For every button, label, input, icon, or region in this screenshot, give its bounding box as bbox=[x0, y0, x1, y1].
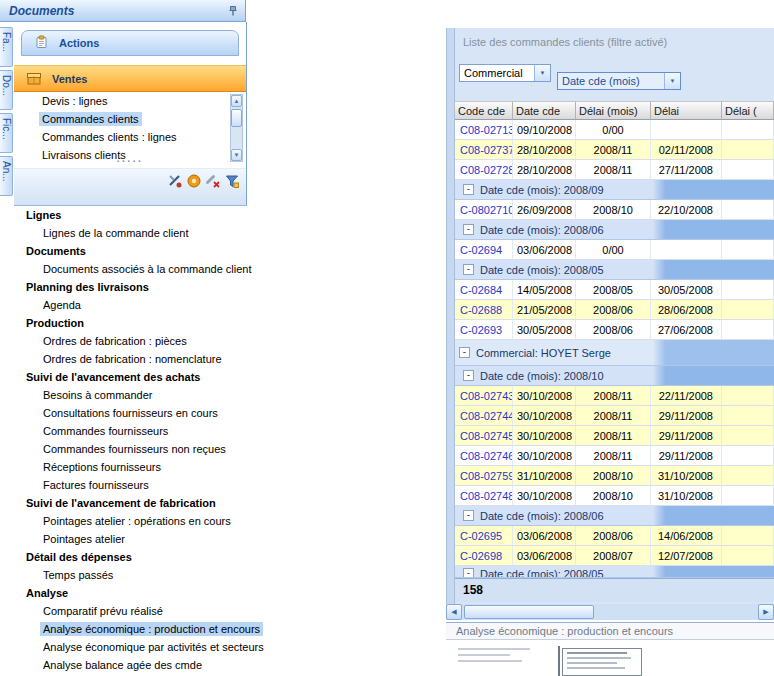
grid-row[interactable]: C-0269330/05/20082008/0627/06/2008 bbox=[455, 320, 774, 340]
grid-row[interactable]: C-0268821/05/20082008/0628/06/2008 bbox=[455, 300, 774, 320]
repair-icon[interactable] bbox=[205, 173, 221, 189]
vertical-tab-3[interactable]: Fic... bbox=[0, 113, 13, 153]
code-cde-cell: C-0802710 bbox=[455, 200, 513, 220]
tree-item[interactable]: Pointages atelier bbox=[0, 530, 446, 548]
horizontal-scrollbar[interactable]: ◀ ▶ bbox=[446, 604, 774, 620]
actions-section-header[interactable]: Actions bbox=[21, 30, 239, 56]
grid-row[interactable]: C08-0273728/10/20082008/1102/11/2008 bbox=[455, 140, 774, 160]
grid-row[interactable]: C-0269403/06/20080/00 bbox=[455, 240, 774, 260]
date-cde-filter-dropdown[interactable]: Date cde (mois) ▼ bbox=[557, 72, 681, 90]
column-header-5[interactable]: Délai ( bbox=[722, 101, 774, 120]
tree-item[interactable]: Réceptions fournisseurs bbox=[0, 458, 446, 476]
tree-item[interactable]: Analyse économique par activités et sect… bbox=[0, 638, 446, 656]
tree-item[interactable]: Lignes de la commande client bbox=[0, 224, 446, 242]
grid-row[interactable]: C08-0274530/10/20082008/1129/11/2008 bbox=[455, 426, 774, 446]
scroll-left-icon[interactable]: ◀ bbox=[446, 604, 462, 620]
tree-item[interactable]: Ordres de fabrication : pièces bbox=[0, 332, 446, 350]
tree-item[interactable]: Commandes fournisseurs bbox=[0, 422, 446, 440]
tree-item[interactable]: Analyse bbox=[0, 584, 446, 602]
grid-row[interactable]: C08-0274830/10/20082008/1031/10/2008 bbox=[455, 486, 774, 506]
scrollbar-thumb[interactable] bbox=[464, 605, 594, 619]
grid-row[interactable]: C08-0271309/10/20080/00 bbox=[455, 120, 774, 140]
documents-panel-header: Documents bbox=[0, 0, 246, 22]
code-cde-cell: C-02695 bbox=[455, 526, 513, 546]
grid-row[interactable]: C08-0274330/10/20082008/1122/11/2008 bbox=[455, 386, 774, 406]
vertical-tab-4[interactable]: An... bbox=[0, 156, 13, 196]
grid-row[interactable]: C-080271026/09/20082008/1022/10/2008 bbox=[455, 200, 774, 220]
collapse-group-icon[interactable]: - bbox=[463, 264, 474, 275]
column-header-4[interactable]: Délai bbox=[651, 101, 722, 120]
tree-item[interactable]: Planning des livraisons bbox=[0, 278, 446, 296]
tree-item[interactable]: Suivi de l'avancement de fabrication bbox=[0, 494, 446, 512]
grid-cell: 22/10/2008 bbox=[651, 200, 722, 220]
grid-cell bbox=[722, 446, 774, 466]
bottom-panel-header: Analyse économique : production et encou… bbox=[446, 622, 774, 640]
group-row[interactable]: -Date cde (mois): 2008/05 bbox=[455, 260, 774, 280]
tree-item[interactable]: Temps passés bbox=[0, 566, 446, 584]
collapse-group-icon[interactable]: - bbox=[463, 370, 474, 381]
customize-icon[interactable] bbox=[167, 173, 183, 189]
grid-row[interactable]: C08-0275931/10/20082008/1031/10/2008 bbox=[455, 466, 774, 486]
tree-item[interactable]: Lignes bbox=[0, 206, 446, 224]
grid-row[interactable]: C-0269503/06/20082008/0614/06/2008 bbox=[455, 526, 774, 546]
tree-item[interactable]: Comparatif prévu réalisé bbox=[0, 602, 446, 620]
collapse-group-icon[interactable]: - bbox=[463, 184, 474, 195]
tree-item[interactable]: Ordres de fabrication : nomenclature bbox=[0, 350, 446, 368]
grid-row[interactable]: C08-0274430/10/20082008/1129/11/2008 bbox=[455, 406, 774, 426]
ventes-list-scrollbar[interactable]: ▲ ▼ bbox=[230, 94, 243, 162]
group-row[interactable]: -Date cde (mois): 2008/05 bbox=[455, 566, 774, 578]
tree-item[interactable]: Production bbox=[0, 314, 446, 332]
grid-cell: 30/10/2008 bbox=[513, 406, 576, 426]
column-header-3[interactable]: Délai (mois) bbox=[576, 101, 651, 120]
ventes-list-item[interactable]: Devis : lignes bbox=[14, 92, 227, 110]
tree-item[interactable]: Documents associés à la commande client bbox=[0, 260, 446, 278]
grid-row[interactable]: C08-0274630/10/20082008/1129/11/2008 bbox=[455, 446, 774, 466]
tree-item[interactable]: Analyse balance agée des cmde bbox=[0, 656, 446, 674]
vertical-tab-2[interactable]: Do... bbox=[0, 70, 13, 110]
ventes-list-item[interactable]: Commandes clients bbox=[14, 110, 227, 128]
group-row[interactable]: -Date cde (mois): 2008/06 bbox=[455, 506, 774, 526]
tree-item[interactable]: Consultations fournisseurs en cours bbox=[0, 404, 446, 422]
chevron-down-icon[interactable]: ▼ bbox=[664, 73, 680, 89]
grid-cell: 2008/11 bbox=[576, 446, 651, 466]
tree-item[interactable]: Détail des dépenses bbox=[0, 548, 446, 566]
ventes-section-header[interactable]: Ventes bbox=[14, 65, 246, 92]
tree-item[interactable]: Documents bbox=[0, 242, 446, 260]
group-row[interactable]: -Date cde (mois): 2008/06 bbox=[455, 220, 774, 240]
group-row[interactable]: -Date cde (mois): 2008/10 bbox=[455, 366, 774, 386]
chevron-down-icon[interactable]: ▼ bbox=[534, 65, 550, 81]
vertical-splitter[interactable] bbox=[446, 28, 455, 604]
tree-item[interactable]: Besoins à commander bbox=[0, 386, 446, 404]
grid-row[interactable]: C08-0272828/10/20082008/1127/11/2008 bbox=[455, 160, 774, 180]
grid-row[interactable]: C-0268414/05/20082008/0530/05/2008 bbox=[455, 280, 774, 300]
code-cde-cell: C-02684 bbox=[455, 280, 513, 300]
collapse-group-icon[interactable]: - bbox=[459, 347, 470, 358]
collapse-group-icon[interactable]: - bbox=[463, 568, 474, 578]
grid-cell: 2008/10 bbox=[576, 466, 651, 486]
vertical-tab-1[interactable]: Fa... bbox=[0, 27, 13, 67]
gear-icon[interactable] bbox=[186, 173, 202, 189]
tree-item[interactable]: Suivi de l'avancement des achats bbox=[0, 368, 446, 386]
scroll-right-icon[interactable]: ▶ bbox=[758, 604, 774, 620]
grid-row[interactable]: C-0269803/06/20082008/0712/07/2008 bbox=[455, 546, 774, 566]
tree-item-label: Réceptions fournisseurs bbox=[40, 460, 164, 474]
pin-icon[interactable] bbox=[226, 4, 240, 18]
scroll-up-icon[interactable]: ▲ bbox=[231, 95, 242, 107]
scrollbar-thumb[interactable] bbox=[231, 109, 242, 127]
collapse-group-icon[interactable]: - bbox=[463, 224, 474, 235]
resize-grip[interactable]: ····· bbox=[14, 159, 246, 167]
tree-item[interactable]: Factures fournisseurs bbox=[0, 476, 446, 494]
ventes-list-item[interactable]: Commandes clients : lignes bbox=[14, 128, 227, 146]
column-header-1[interactable]: Code cde bbox=[455, 101, 513, 120]
filter-icon[interactable] bbox=[224, 173, 240, 189]
tree-item[interactable]: Analyse économique : production et encou… bbox=[0, 620, 446, 638]
commercial-filter-dropdown[interactable]: Commercial ▼ bbox=[459, 64, 551, 82]
tree-item[interactable]: Agenda bbox=[0, 296, 446, 314]
column-header-2[interactable]: Date cde bbox=[513, 101, 576, 120]
tree-item[interactable]: Pointages atelier : opérations en cours bbox=[0, 512, 446, 530]
collapse-group-icon[interactable]: - bbox=[463, 510, 474, 521]
group-row[interactable]: -Commercial: HOYET Serge bbox=[455, 340, 774, 366]
tree-item[interactable]: Commandes fournisseurs non reçues bbox=[0, 440, 446, 458]
group-row[interactable]: -Date cde (mois): 2008/09 bbox=[455, 180, 774, 200]
grid-cell bbox=[722, 486, 774, 506]
